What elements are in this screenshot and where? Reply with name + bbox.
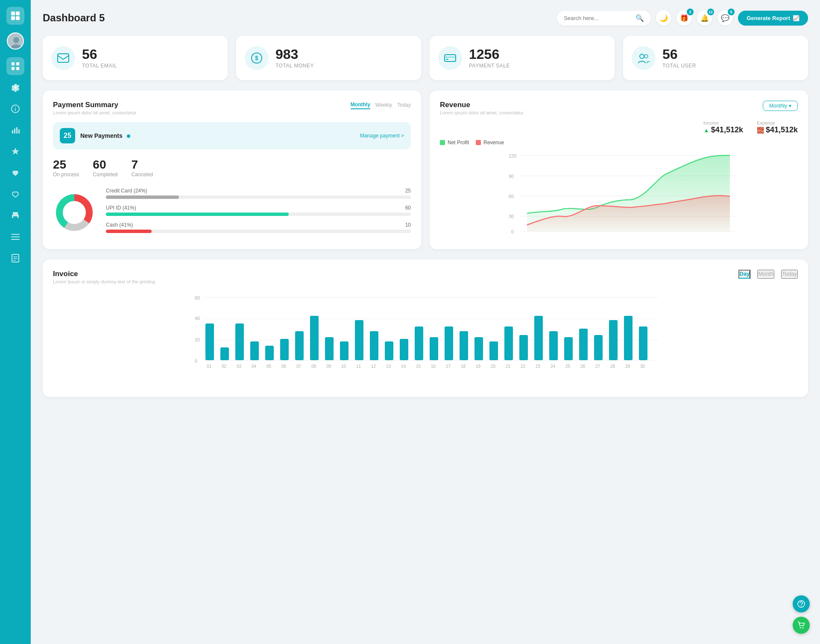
stat-card-payment-info: 1256 PAYMENT SALE [469, 47, 510, 69]
payment-bottom: Credit Card (24%) 25 UPI ID (41%) 60 [53, 188, 411, 239]
bar-21 [504, 326, 513, 360]
manage-payment-link[interactable]: Manage payment > [360, 133, 404, 139]
float-support-btn[interactable] [793, 595, 810, 612]
svg-text:19: 19 [476, 364, 481, 369]
bar-24 [549, 331, 558, 360]
email-icon [51, 46, 75, 70]
stat-num-payment: 1256 [469, 47, 510, 61]
gift-btn[interactable]: 🎁 2 [676, 10, 692, 26]
svg-rect-13 [15, 107, 16, 108]
svg-point-97 [801, 606, 802, 606]
tab-weekly-payment[interactable]: Weekly [375, 101, 392, 109]
payment-summary-sub: Lorem ipsum dolor sit amet, consectetur [53, 110, 137, 115]
bar-19 [474, 337, 483, 360]
svg-text:09: 09 [326, 364, 331, 369]
bar-16 [430, 337, 438, 360]
svg-text:22: 22 [521, 364, 526, 369]
bar-29 [624, 316, 633, 360]
revenue-monthly-btn[interactable]: Monthly ▾ [763, 101, 798, 111]
bell-btn[interactable]: 🔔 12 [697, 10, 712, 26]
svg-text:02: 02 [222, 364, 227, 369]
payment-summary-title: Payment Summary [53, 101, 137, 109]
svg-rect-18 [13, 212, 18, 215]
svg-rect-33 [445, 56, 456, 58]
gift-badge: 2 [687, 9, 694, 15]
sidebar-item-chart[interactable] [6, 121, 24, 139]
svg-point-35 [640, 54, 644, 58]
bar-02 [220, 347, 229, 360]
svg-text:15: 15 [416, 364, 421, 369]
revenue-sub: Lorem ipsum dolor sit amet, consectetur [440, 110, 524, 115]
float-cart-btn[interactable] [793, 617, 810, 634]
tab-month-invoice[interactable]: Month [757, 270, 774, 279]
sidebar-item-star[interactable] [6, 143, 24, 160]
main-content: Dashboard 5 🔍 🌙 🎁 2 🔔 12 💬 5 Generate Re… [31, 0, 820, 644]
sidebar-item-info[interactable] [6, 100, 24, 118]
svg-text:03: 03 [237, 364, 242, 369]
bar-20 [489, 341, 498, 360]
svg-rect-15 [14, 128, 15, 134]
bar-11 [355, 320, 363, 360]
income-arrow-icon: ▲ [703, 127, 709, 134]
bar-04 [250, 341, 259, 360]
stat-card-user-info: 56 TOTAL USER [662, 47, 696, 69]
stat-card-money-info: 983 TOTAL MONEY [275, 47, 314, 69]
generate-report-button[interactable]: Generate Report 📈 [738, 11, 808, 26]
svg-text:40: 40 [195, 316, 200, 321]
avatar[interactable] [7, 32, 24, 50]
expense-icon: 🧱 [757, 127, 764, 134]
chat-btn[interactable]: 💬 5 [718, 10, 733, 26]
stat-num-email: 56 [82, 47, 117, 61]
theme-toggle-btn[interactable]: 🌙 [656, 10, 671, 26]
bar-23 [534, 316, 543, 360]
tab-monthly-payment[interactable]: Monthly [351, 101, 370, 109]
progress-bar-fill-upi [106, 213, 289, 216]
svg-rect-1 [16, 12, 20, 15]
tab-today-payment[interactable]: Today [397, 101, 411, 109]
sidebar-item-heart2[interactable] [6, 185, 24, 203]
svg-text:12: 12 [371, 364, 376, 369]
progress-bar-bg-upi [106, 213, 411, 216]
svg-text:24: 24 [551, 364, 556, 369]
svg-point-98 [800, 627, 801, 629]
bar-18 [460, 331, 468, 360]
bar-30 [639, 326, 647, 360]
sidebar-item-grid[interactable] [6, 57, 24, 75]
stat-card-user: 56 TOTAL USER [623, 36, 808, 80]
mid-section: Payment Summary Lorem ipsum dolor sit am… [43, 90, 808, 249]
stat-num-user: 56 [662, 47, 696, 61]
svg-text:0: 0 [511, 229, 514, 234]
sidebar-item-menu[interactable] [6, 228, 24, 246]
legend-net-profit: Net Profit [440, 140, 469, 146]
chat-badge: 5 [728, 9, 735, 15]
svg-text:21: 21 [506, 364, 511, 369]
bar-17 [445, 326, 453, 360]
svg-rect-10 [16, 67, 19, 70]
tab-today-invoice[interactable]: Today [781, 270, 798, 279]
search-input[interactable] [564, 15, 632, 21]
invoice-chart: 60 40 20 0 [53, 291, 798, 385]
payment-summary-card: Payment Summary Lorem ipsum dolor sit am… [43, 90, 421, 249]
sidebar-item-heart1[interactable] [6, 164, 24, 182]
svg-text:13: 13 [386, 364, 391, 369]
payment-summary-tabs: Monthly Weekly Today [351, 101, 411, 109]
bar-10 [340, 341, 348, 360]
bell-badge: 12 [707, 9, 714, 15]
bar-12 [370, 331, 378, 360]
svg-rect-34 [446, 59, 448, 60]
stat-num-money: 983 [275, 47, 314, 61]
stat-card-money: $ 983 TOTAL MONEY [236, 36, 421, 80]
svg-text:25: 25 [565, 364, 571, 369]
svg-text:05: 05 [266, 364, 272, 369]
sidebar-item-print[interactable] [6, 207, 24, 224]
page-title: Dashboard 5 [43, 12, 105, 24]
svg-text:01: 01 [207, 364, 212, 369]
sidebar-item-doc[interactable] [6, 249, 24, 267]
tab-day-invoice[interactable]: Day [738, 270, 750, 279]
svg-text:14: 14 [401, 364, 406, 369]
svg-rect-9 [12, 67, 15, 70]
bar-25 [564, 337, 573, 360]
svg-text:27: 27 [595, 364, 600, 369]
revenue-card: Revenue Lorem ipsum dolor sit amet, cons… [430, 90, 808, 249]
sidebar-item-settings[interactable] [6, 79, 24, 96]
